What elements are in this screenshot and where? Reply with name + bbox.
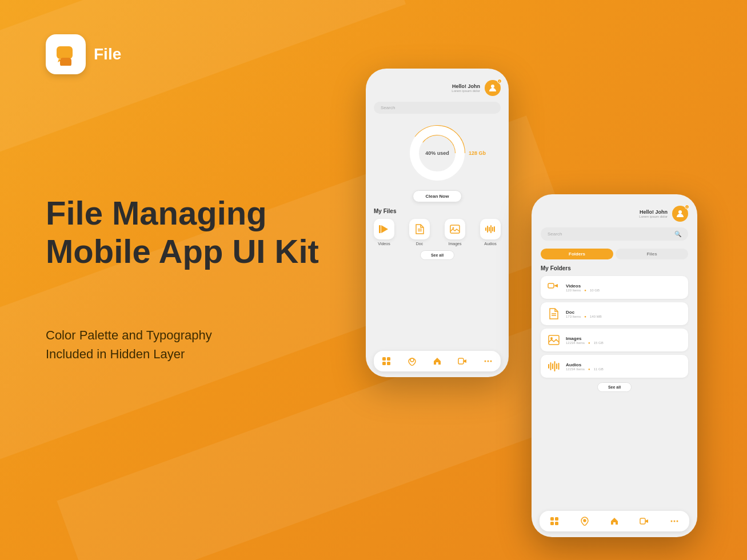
phone1-see-all-button[interactable]: See all: [420, 250, 454, 260]
folder-doc-icon-svg: [548, 307, 560, 320]
svg-rect-15: [489, 227, 490, 231]
logo-area: File: [46, 34, 121, 74]
folder-images-name: Images: [566, 336, 607, 341]
svg-rect-18: [494, 226, 495, 232]
donut-size-label: 128 Gb: [469, 150, 486, 156]
clean-now-button[interactable]: Clean Now: [413, 190, 462, 202]
phone2-nav-grid-icon[interactable]: [549, 515, 560, 527]
phone2-nav-home-icon[interactable]: [609, 515, 620, 527]
folder-audios-name: Audios: [566, 362, 607, 367]
folder-item-images[interactable]: Images 12234 Items●15 GB: [541, 329, 688, 351]
folder-images-meta: 12234 Items●15 GB: [566, 341, 607, 345]
phone1-header: Hello! John Lorem ipsum dolor 0: [374, 80, 501, 96]
folder-audios-icon: [546, 359, 561, 374]
svg-rect-29: [548, 283, 554, 288]
phone1-search-bar[interactable]: Search: [374, 102, 501, 114]
doc-label: Doc: [416, 242, 423, 246]
svg-point-46: [670, 521, 672, 522]
phone1-search-placeholder: Search: [381, 105, 395, 110]
svg-rect-19: [382, 357, 386, 361]
tab-files[interactable]: Files: [616, 249, 688, 259]
phone2-see-all-button[interactable]: See all: [597, 382, 632, 392]
tab-folders[interactable]: Folders: [541, 249, 613, 259]
folder-images-info: Images 12234 Items●15 GB: [566, 336, 607, 345]
folder-item-doc[interactable]: Doc 173 Items●140 MB: [541, 302, 688, 325]
nav-video-icon-2: [640, 517, 649, 526]
phone1-my-files-label: My Files: [374, 208, 501, 214]
person-icon-2: [676, 209, 685, 218]
phone2-nav-dots-icon[interactable]: [669, 515, 680, 527]
phone1-avatar: 0: [485, 80, 501, 96]
svg-rect-16: [490, 225, 492, 233]
phone2-nav-location-icon[interactable]: [579, 515, 590, 527]
svg-rect-37: [554, 361, 556, 371]
donut-chart: 40% used 128 Gb: [406, 122, 469, 185]
audios-label: Audios: [484, 242, 496, 246]
folder-video-icon-svg: [548, 281, 560, 294]
file-category-images[interactable]: Images: [445, 219, 465, 246]
videos-label: Videos: [378, 242, 390, 246]
nav-dots-icon[interactable]: [482, 355, 494, 367]
phone2-nav-video-icon[interactable]: [638, 515, 650, 527]
folder-item-audios[interactable]: Audios 12234 Items●11 GB: [541, 355, 688, 378]
svg-point-25: [484, 361, 486, 362]
phone2-bottom-nav: [540, 511, 689, 531]
location-icon: [408, 357, 417, 366]
folder-images-icon: [546, 333, 561, 347]
folder-videos-name: Videos: [566, 283, 603, 289]
folder-item-videos[interactable]: Videos 120 Items●10 GB: [541, 276, 688, 299]
phone2-header: Hello! John Lorem ipsum dolor 0: [541, 206, 688, 222]
donut-label: 40% used: [425, 150, 449, 156]
folder-doc-name: Doc: [566, 310, 605, 315]
svg-rect-32: [549, 335, 559, 345]
phone-mockup-1: Hello! John Lorem ipsum dolor 0 Search: [366, 69, 509, 377]
svg-rect-0: [57, 46, 73, 59]
main-heading: File Managing Mobile App UI Kit: [46, 194, 319, 270]
folder-videos-info: Videos 120 Items●10 GB: [566, 283, 603, 292]
donut-pct: 40% used: [425, 150, 449, 156]
folder-audios-meta: 12234 Items●11 GB: [566, 367, 607, 371]
sub-heading: Color Palette and Typography Included in…: [46, 326, 212, 363]
heading-line1: File Managing Mobile App UI Kit: [46, 194, 319, 270]
phone2-search-placeholder: Search: [548, 231, 562, 237]
phone-mockup-2: Hello! John Lorem ipsum dolor 0 Search 🔍…: [532, 194, 697, 537]
svg-rect-8: [379, 225, 381, 233]
logo-icon-box: [46, 34, 86, 74]
nav-grid-icon[interactable]: [381, 355, 392, 367]
phone1-subtitle: Lorem ipsum dolor: [452, 89, 480, 93]
video-icon: [378, 223, 390, 235]
file-category-audios[interactable]: Audios: [480, 219, 501, 246]
phone2-greeting: Hello! John: [639, 209, 668, 215]
nav-video-icon-svg: [458, 357, 467, 366]
phone2-search-bar[interactable]: Search 🔍: [541, 227, 688, 241]
folder-doc-meta: 173 Items●140 MB: [566, 315, 605, 318]
svg-rect-38: [556, 363, 557, 369]
svg-point-2: [491, 85, 494, 88]
phone2-folder-list: Videos 120 Items●10 GB Doc 173 Items●14: [541, 276, 688, 378]
nav-home-icon[interactable]: [432, 355, 443, 367]
svg-rect-43: [555, 522, 558, 525]
person-icon: [488, 83, 497, 93]
file-category-videos[interactable]: Videos: [374, 219, 394, 246]
images-label: Images: [449, 242, 462, 246]
sub-heading-text: Color Palette and Typography Included in…: [46, 326, 212, 363]
file-category-doc[interactable]: Doc: [409, 219, 430, 246]
dots-icon: [484, 357, 493, 366]
dots-icon-2: [670, 517, 679, 526]
svg-rect-35: [550, 362, 552, 370]
svg-point-47: [673, 521, 675, 522]
svg-rect-21: [382, 362, 386, 365]
folder-audios-info: Audios 12234 Items●11 GB: [566, 362, 607, 371]
svg-point-26: [487, 361, 489, 362]
home-icon: [433, 357, 442, 366]
nav-location-icon[interactable]: [406, 355, 418, 367]
svg-point-28: [678, 210, 682, 214]
audios-icon-box: [480, 219, 501, 239]
svg-rect-22: [387, 362, 390, 365]
phone1-greeting: Hello! John: [452, 83, 480, 89]
svg-point-44: [584, 519, 586, 522]
location-icon-2: [580, 517, 589, 526]
folder-doc-icon: [546, 306, 561, 321]
nav-video-icon[interactable]: [457, 355, 468, 367]
svg-marker-7: [381, 225, 388, 233]
